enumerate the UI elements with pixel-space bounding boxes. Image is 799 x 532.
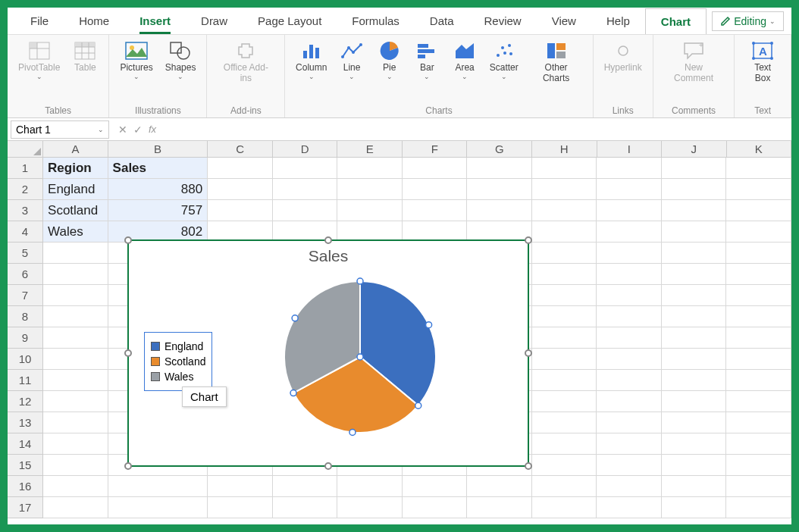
cell[interactable] [662, 412, 727, 433]
cell[interactable] [726, 455, 791, 476]
cell[interactable] [43, 391, 108, 412]
area-chart-button[interactable]: Area ⌄ [447, 39, 482, 82]
cell[interactable]: Scotland [43, 200, 108, 221]
editing-mode-button[interactable]: Editing ⌄ [712, 11, 784, 31]
cell[interactable] [43, 327, 108, 349]
row-header[interactable]: 9 [8, 327, 43, 349]
row-header[interactable]: 10 [8, 349, 43, 370]
cell[interactable] [208, 179, 273, 200]
row-header[interactable]: 2 [8, 179, 43, 200]
col-header[interactable]: B [108, 141, 208, 158]
resize-handle[interactable] [525, 349, 532, 357]
scatter-chart-button[interactable]: Scatter ⌄ [485, 39, 523, 82]
cell[interactable] [403, 476, 468, 497]
col-header[interactable]: A [43, 141, 108, 158]
cell[interactable] [597, 476, 662, 497]
cell[interactable] [597, 200, 662, 221]
chart-legend[interactable]: England Scotland Wales [144, 332, 212, 391]
col-header[interactable]: H [532, 141, 597, 158]
cell[interactable] [467, 476, 532, 497]
col-header[interactable]: G [467, 141, 532, 158]
cell[interactable] [726, 433, 791, 455]
cell[interactable] [726, 412, 791, 433]
cell[interactable]: 757 [108, 200, 208, 221]
row-header[interactable]: 4 [8, 221, 43, 243]
cell[interactable] [662, 497, 727, 518]
pictures-button[interactable]: Pictures ⌄ [115, 39, 157, 82]
cell[interactable] [532, 327, 597, 349]
chart-title[interactable]: Sales [129, 241, 528, 271]
cell[interactable] [403, 179, 468, 200]
cell[interactable] [532, 158, 597, 179]
cell[interactable] [337, 200, 403, 221]
cell[interactable] [467, 497, 532, 518]
cell[interactable] [532, 497, 597, 518]
cancel-icon[interactable]: ✕ [118, 124, 127, 136]
cell[interactable] [662, 476, 727, 497]
cell[interactable] [662, 158, 727, 179]
cell[interactable] [532, 391, 597, 412]
cell[interactable] [43, 370, 108, 391]
col-header[interactable]: K [727, 141, 791, 158]
cell[interactable] [597, 285, 662, 306]
cell[interactable] [662, 433, 727, 455]
tab-draw[interactable]: Draw [186, 8, 243, 33]
cell[interactable] [597, 497, 662, 518]
col-header[interactable]: E [337, 141, 403, 158]
text-box-button[interactable]: A Text Box [741, 39, 785, 86]
cell[interactable] [726, 306, 791, 327]
cell[interactable] [662, 455, 727, 476]
col-header[interactable]: J [662, 141, 727, 158]
cell[interactable] [726, 349, 791, 370]
cell[interactable] [726, 476, 791, 497]
row-header[interactable]: 15 [8, 455, 43, 476]
cell[interactable] [726, 221, 791, 243]
enter-icon[interactable]: ✓ [133, 124, 143, 136]
cell[interactable] [337, 476, 403, 497]
row-header[interactable]: 17 [8, 497, 43, 518]
pie-chart-button[interactable]: Pie ⌄ [372, 39, 407, 82]
cell[interactable] [662, 327, 727, 349]
cell[interactable] [532, 476, 597, 497]
cell[interactable] [43, 306, 108, 327]
cell[interactable] [532, 264, 597, 285]
cell[interactable] [532, 370, 597, 391]
cell[interactable] [208, 476, 273, 497]
pivottable-button[interactable]: PivotTable ⌄ [14, 39, 64, 82]
hyperlink-button[interactable]: Hyperlink [600, 39, 647, 74]
resize-handle[interactable] [124, 462, 132, 470]
cell[interactable] [532, 243, 597, 264]
cell[interactable] [662, 349, 727, 370]
name-box[interactable]: Chart 1 ⌄ [11, 120, 109, 139]
fx-icon[interactable]: fx [149, 124, 156, 135]
cell[interactable] [208, 497, 273, 518]
cell[interactable] [597, 179, 662, 200]
cell[interactable] [273, 179, 338, 200]
cell[interactable] [726, 179, 791, 200]
new-comment-button[interactable]: + New Comment [660, 39, 728, 86]
cell[interactable]: Sales [108, 158, 208, 179]
cell[interactable] [337, 497, 403, 518]
cell[interactable] [532, 221, 597, 243]
cell[interactable] [273, 476, 338, 497]
cell[interactable] [597, 221, 662, 243]
cell[interactable] [467, 200, 532, 221]
cell[interactable] [662, 306, 727, 327]
resize-handle[interactable] [525, 462, 532, 470]
cell[interactable] [726, 497, 791, 518]
cell[interactable] [43, 433, 108, 455]
embedded-chart[interactable]: Sales England Scotland Wales Chart [127, 239, 529, 467]
row-header[interactable]: 16 [8, 476, 43, 497]
office-addins-button[interactable]: Office Add-ins [213, 39, 278, 86]
cell[interactable] [208, 200, 273, 221]
table-button[interactable]: Table [67, 39, 102, 74]
row-header[interactable]: 12 [8, 391, 43, 412]
cell[interactable] [662, 264, 727, 285]
col-header[interactable]: F [403, 141, 468, 158]
pie-chart[interactable] [280, 277, 440, 437]
tab-view[interactable]: View [537, 8, 591, 33]
col-header[interactable]: D [273, 141, 338, 158]
cell[interactable] [532, 349, 597, 370]
cell[interactable] [726, 264, 791, 285]
row-header[interactable]: 1 [8, 158, 43, 179]
